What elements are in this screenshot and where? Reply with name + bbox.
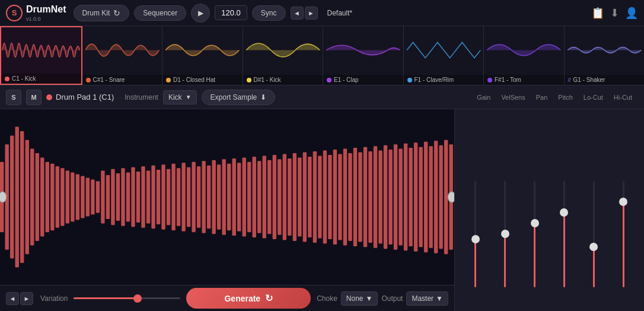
shaker-icon: // [568,77,571,83]
svg-rect-53 [263,156,266,238]
drum-pad-3[interactable]: D#1 - Kick [243,26,324,85]
pitch-fill [563,212,565,287]
hicut-slider[interactable] [623,180,624,299]
bottom-nav-next[interactable]: ► [20,292,33,305]
drum-pad-1[interactable]: C#1 - Snare [82,26,163,85]
choke-value: None [346,294,364,303]
instrument-value: Kick [168,93,182,101]
svg-rect-7 [30,149,34,246]
velsens-fill [504,234,506,287]
locut-thumb[interactable] [589,243,598,251]
pan-fill [534,223,535,287]
svg-rect-32 [157,170,160,224]
svg-rect-10 [46,162,49,232]
bottom-nav-prev[interactable]: ◄ [6,292,19,305]
m-button[interactable]: M [26,90,42,105]
pan-thumb[interactable] [531,219,539,227]
pad-label-0: C1 - Kick [1,74,81,84]
velsens-thumb[interactable] [501,230,509,238]
generate-button[interactable]: Generate ↻ [186,288,311,309]
drum-pad-7[interactable]: // G1 - Shaker [565,26,645,85]
svg-rect-38 [187,167,190,227]
choke-label: Choke [317,294,337,303]
gain-track[interactable] [474,180,476,287]
variation-thumb[interactable] [133,294,142,303]
s-button[interactable]: S [6,90,21,105]
locut-slider[interactable] [593,180,595,299]
svg-rect-47 [232,158,236,236]
export-button[interactable]: Export Sample ⬇ [202,90,276,105]
svg-rect-57 [283,154,286,240]
pad-title-text: Drum Pad 1 (C1) [56,93,114,101]
svg-rect-17 [81,176,84,218]
svg-rect-22 [106,175,110,219]
pad-waveform-7 [565,26,645,75]
svg-rect-37 [181,163,185,231]
svg-rect-24 [116,173,120,221]
waveform-canvas[interactable] [0,109,454,285]
drum-pad-6[interactable]: F#1 - Tom [484,26,565,85]
controls-row: S M Drum Pad 1 (C1) Instrument Kick ▼ Ex… [0,85,644,109]
user-icon[interactable]: 👤 [625,7,638,20]
svg-rect-23 [111,169,114,226]
svg-rect-5 [20,131,24,263]
pad-name-3: D#1 - Kick [254,77,281,83]
svg-rect-68 [338,154,342,240]
pan-slider[interactable] [534,180,535,299]
sequencer-button[interactable]: Sequencer [134,5,186,21]
velsens-slider[interactable] [504,180,506,299]
locut-fill [593,247,595,287]
output-select[interactable]: Master ▼ [406,291,448,306]
svg-rect-15 [71,173,74,222]
pad-name-7: G1 - Shaker [573,77,605,83]
sequencer-label: Sequencer [143,9,177,17]
pad-dot-4 [327,78,331,82]
hicut-track[interactable] [623,180,624,287]
variation-slider[interactable] [74,297,180,299]
param-locut: Lo-Cut [584,94,603,101]
drum-pad-0[interactable]: C1 - Kick [0,26,82,85]
svg-rect-59 [293,153,297,241]
pad-name-2: D1 - Closed Hat [173,77,215,83]
svg-rect-44 [217,164,221,230]
locut-track[interactable] [593,180,595,287]
app-version: v1.0.0 [26,16,66,22]
drum-pad-2[interactable]: D1 - Closed Hat [162,26,243,85]
instrument-select[interactable]: Kick ▼ [163,90,197,104]
velsens-track[interactable] [504,180,506,287]
export-label: Export Sample [211,93,257,101]
drum-pad-5[interactable]: F1 - Clave/Rim [404,26,484,85]
drum-kit-button[interactable]: Drum Kit ↻ [74,5,130,21]
document-icon[interactable]: 📋 [591,7,604,20]
svg-rect-8 [36,153,39,241]
svg-rect-3 [10,135,14,258]
pitch-track[interactable] [563,180,565,287]
logo: S DrumNet v1.0.0 [6,4,66,22]
sync-button[interactable]: Sync [252,5,286,21]
hicut-thumb[interactable] [619,198,627,206]
nav-next-button[interactable]: ► [305,7,318,20]
pad-name-5: F1 - Clave/Rim [415,77,454,83]
download-icon[interactable]: ⬇ [610,7,619,20]
svg-rect-88 [439,145,442,249]
play-button[interactable]: ▶ [191,4,210,23]
svg-rect-35 [171,164,175,230]
pad-waveform-6 [484,26,564,75]
pad-label-7: // G1 - Shaker [565,75,645,85]
drum-pad-4[interactable]: E1 - Clap [323,26,404,85]
gain-slider[interactable] [474,180,476,299]
export-icon: ⬇ [260,93,266,101]
svg-rect-69 [343,149,347,246]
pad-label-4: E1 - Clap [323,75,403,85]
svg-rect-61 [303,153,307,242]
svg-rect-6 [25,140,29,254]
pan-track[interactable] [534,180,535,287]
pitch-thumb[interactable] [560,208,568,217]
choke-section: Choke None ▼ Output Master ▼ [317,291,448,306]
gain-thumb[interactable] [471,235,480,243]
choke-select[interactable]: None ▼ [341,291,378,306]
pitch-slider[interactable] [563,180,565,299]
svg-rect-25 [121,168,125,226]
bpm-display[interactable]: 120.0 [215,5,247,20]
nav-prev-button[interactable]: ◄ [291,7,304,20]
